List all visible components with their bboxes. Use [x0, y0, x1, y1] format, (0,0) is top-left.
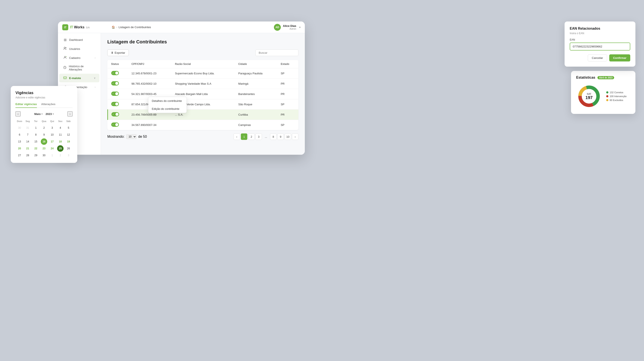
- cal-day-2-2[interactable]: 15: [33, 138, 39, 145]
- export-button[interactable]: ⬇ Exportar: [107, 50, 129, 56]
- toggle-5[interactable]: ✓: [111, 123, 119, 127]
- breadcrumb-home-icon[interactable]: 🏠: [112, 26, 115, 29]
- cal-day-1-4[interactable]: 10: [49, 132, 56, 138]
- user-avatar: AD: [274, 24, 281, 31]
- context-menu-item-detalhes[interactable]: Detalhes do contribuinte: [148, 97, 186, 105]
- page-prev-button[interactable]: ‹: [234, 133, 240, 140]
- cal-day-3-2[interactable]: 22: [33, 145, 39, 152]
- modal-subtitle: Insira o EAN: [570, 32, 630, 35]
- cal-day-1-3[interactable]: 9: [41, 132, 47, 138]
- table-row[interactable]: ✓12.345.678/0001-23Supermercado Econo Bu…: [108, 68, 298, 79]
- sidebar-item-cadastro[interactable]: Cadastro ›: [59, 54, 100, 62]
- page-next-button[interactable]: ›: [292, 133, 298, 140]
- cal-day-4-1[interactable]: 28: [24, 152, 31, 159]
- main-content: ⊞ Dashboard Usuários Cadastro ›: [58, 33, 305, 155]
- logo-works: Works: [73, 25, 84, 29]
- cal-day-1-6[interactable]: 12: [65, 132, 72, 138]
- page-3-button[interactable]: 3: [256, 133, 262, 140]
- page-1-button[interactable]: 1: [241, 133, 247, 140]
- cal-header-ter: Ter: [32, 119, 40, 123]
- vigencias-title: Vigências: [16, 91, 72, 95]
- col-cidade: Cidade: [235, 60, 277, 68]
- cal-day-2-5[interactable]: 18: [57, 138, 64, 145]
- cal-day-4-0[interactable]: 27: [16, 152, 23, 159]
- breadcrumb: 🏠 › Listagem de Contribuintes: [105, 26, 274, 29]
- cal-prev-button[interactable]: ‹: [16, 111, 20, 117]
- legend-label-1: 100 Intervenção: [610, 95, 626, 98]
- cal-day-1-1[interactable]: 7: [24, 132, 31, 138]
- cal-month-select[interactable]: Maio ▾: [34, 112, 43, 116]
- toggle-2[interactable]: ✓: [111, 92, 119, 96]
- cancel-button[interactable]: Cancelar: [588, 54, 607, 62]
- tab-alteracoes[interactable]: Alterações: [41, 103, 56, 108]
- cal-day-4-3[interactable]: 30: [41, 152, 47, 159]
- cal-day-0-0[interactable]: 30: [16, 125, 23, 131]
- sidebar-label-cadastro: Cadastro: [69, 56, 80, 60]
- modal-actions: Cancelar Confirmar: [570, 54, 630, 62]
- toggle-3[interactable]: ✓: [111, 102, 119, 106]
- cal-day-4-4[interactable]: 1: [49, 152, 56, 159]
- cal-day-0-6[interactable]: 5: [65, 125, 72, 131]
- per-page-select[interactable]: 10 25 50: [126, 134, 136, 139]
- cal-week-2: 13141516171819: [16, 138, 72, 145]
- page-8-button[interactable]: 8: [270, 133, 276, 140]
- historico-icon: [63, 66, 67, 70]
- cal-day-2-0[interactable]: 13: [16, 138, 23, 145]
- cal-day-0-2[interactable]: 1: [33, 125, 39, 131]
- cal-day-1-0[interactable]: 6: [16, 132, 23, 138]
- cal-day-3-3[interactable]: 23: [41, 145, 47, 152]
- cal-day-3-5[interactable]: 25: [57, 145, 64, 152]
- sidebar-item-emalote[interactable]: E-malote ∨: [59, 74, 100, 82]
- user-menu-chevron-icon[interactable]: ▾: [299, 26, 300, 29]
- legend-item-1: 100 Intervenção: [606, 95, 626, 98]
- cal-day-1-5[interactable]: 11: [57, 132, 64, 138]
- cal-day-4-6[interactable]: 3: [65, 152, 72, 159]
- showing-label: Mostrando:: [107, 135, 124, 139]
- cal-day-2-1[interactable]: 14: [24, 138, 31, 145]
- user-name: Alice Dias: [283, 24, 296, 28]
- cal-day-4-5[interactable]: 2: [57, 152, 64, 159]
- page-2-button[interactable]: 2: [248, 133, 254, 140]
- search-input[interactable]: [256, 50, 298, 56]
- cal-day-2-4[interactable]: 17: [49, 138, 56, 145]
- toggle-0[interactable]: ✓: [111, 71, 119, 75]
- page-10-button[interactable]: 10: [285, 133, 291, 140]
- sidebar-label-usuarios: Usuários: [69, 47, 80, 51]
- toggle-4[interactable]: ✓: [112, 112, 119, 117]
- context-menu-item-edicao[interactable]: Edição do contribuinte: [148, 105, 186, 113]
- table-row[interactable]: ✓54.321.987/0003-45Atacado Bargain Mall …: [108, 89, 298, 99]
- cal-year-select[interactable]: 2023 ▾: [46, 112, 54, 116]
- col-status: Status: [108, 60, 128, 68]
- cal-next-button[interactable]: ›: [68, 111, 72, 117]
- table-row[interactable]: ✓87.654.321/0004-67Mercado Verde Campo L…: [108, 99, 298, 110]
- cell-estado-0: SP: [277, 68, 298, 79]
- sidebar-item-usuarios[interactable]: Usuários: [59, 45, 100, 53]
- cell-cidade-5: Campinas: [235, 120, 277, 130]
- cal-day-0-5[interactable]: 4: [57, 125, 64, 131]
- table-row[interactable]: ✓23.456.789/0005-89... S.A.CuritibaPR: [108, 110, 298, 120]
- page-9-button[interactable]: 9: [277, 133, 284, 140]
- cal-day-0-3[interactable]: 2: [41, 125, 47, 131]
- table-row[interactable]: ✓34.567.890/0007-34CampinasSP: [108, 120, 298, 130]
- sidebar-item-dashboard[interactable]: ⊞ Dashboard: [59, 36, 100, 44]
- cal-day-3-4[interactable]: 24: [49, 145, 56, 152]
- tab-editar-vigencias[interactable]: Editar vigências: [16, 103, 37, 108]
- cal-day-4-2[interactable]: 29: [33, 152, 39, 159]
- vigencias-tabs: Editar vigências Alterações: [16, 103, 72, 108]
- toggle-1[interactable]: ✓: [111, 81, 119, 86]
- cal-day-1-2[interactable]: 8: [33, 132, 39, 138]
- cal-day-0-1[interactable]: 31: [24, 125, 31, 131]
- cal-day-2-6[interactable]: 19: [65, 138, 72, 145]
- table-row[interactable]: ✓98.765.432/0002-10Shopping Variedade Ma…: [108, 79, 298, 89]
- confirm-button[interactable]: Confirmar: [609, 54, 630, 62]
- cal-day-3-6[interactable]: 26: [65, 145, 72, 152]
- svg-text:IT: IT: [64, 26, 66, 29]
- sidebar-item-historico[interactable]: Histórico de Alterações: [59, 63, 100, 73]
- ean-input[interactable]: [570, 43, 630, 51]
- cal-day-3-1[interactable]: 21: [24, 145, 31, 152]
- cal-day-3-0[interactable]: 20: [16, 145, 23, 152]
- logo-it: IT: [70, 25, 73, 29]
- cal-day-0-4[interactable]: 3: [49, 125, 56, 131]
- cell-status-3: ✓: [108, 99, 128, 110]
- cal-day-2-3[interactable]: 16: [41, 138, 47, 145]
